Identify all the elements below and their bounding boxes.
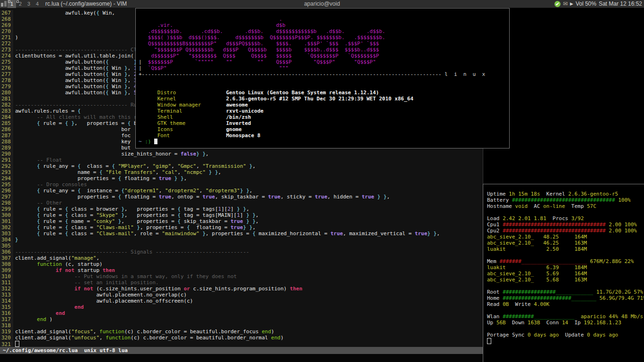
text-segment: { <box>106 90 109 96</box>
text-segment: -- Float <box>15 157 62 163</box>
text-segment: , <box>127 77 133 83</box>
line-number: 309 <box>0 267 13 273</box>
code-text: -- All clients will match this rule <box>13 114 146 120</box>
line-number: 299 <box>0 206 13 212</box>
text-segment <box>173 114 226 120</box>
line-number: 287 <box>0 132 13 139</box>
conky-row: Up 56B Down 163B Conn 14 Ip 192.168.1.23 <box>487 320 644 326</box>
text-segment: "dropterm2" <box>165 188 199 194</box>
text-segment: } <box>240 188 243 194</box>
vim-line: 310 -- Put windows in a smart way, only … <box>0 273 440 280</box>
text-segment: , properties = <box>124 206 178 212</box>
conky-row: Portage Sync 0 days ago Update 0 days ag… <box>487 332 644 338</box>
text-segment: { <box>121 188 124 194</box>
check-icon[interactable]: ✔ <box>554 1 561 7</box>
terminal-row: Terminal rxvt-unicode <box>139 108 509 114</box>
text-segment: "mainwindow" <box>162 230 199 237</box>
text-segment: rule = <box>40 206 65 212</box>
tag-client-indicator <box>17 0 19 3</box>
text-segment: function <box>99 329 124 335</box>
text-segment: Gentoo Linux (Gentoo Base System release… <box>226 90 379 96</box>
line-number: 317 <box>0 316 13 322</box>
text-segment: "Transmission" <box>202 163 246 169</box>
text-segment: ------------------------------------ Rul <box>15 102 140 108</box>
text-segment: but <box>15 145 131 151</box>
text-segment: ------------------------------------ Cli <box>15 47 140 53</box>
text-segment: , <box>127 65 133 71</box>
line-number: 312 <box>0 286 13 292</box>
text-segment: | <box>139 59 142 65</box>
text-segment: Battery <box>487 197 512 203</box>
text-segment: instance = <box>81 188 121 194</box>
line-number: 281 <box>0 96 13 102</box>
text-segment: , <box>387 194 390 200</box>
code-text: { rule = { class = "Claws-mail", role = … <box>13 230 440 237</box>
hollow-cursor <box>15 341 19 347</box>
tag-2[interactable]: 2 <box>16 0 25 8</box>
text-segment: awful.button( <box>15 71 106 77</box>
terminal-row: Font Monospace 8 <box>139 132 509 139</box>
tag-1[interactable]: 1 <box>8 0 16 8</box>
text-segment <box>139 132 157 139</box>
tag-4[interactable]: 4 <box>33 0 41 8</box>
line-number: 310 <box>0 273 13 280</box>
text-segment: name = <box>68 218 93 224</box>
tag-3[interactable]: 3 <box>25 0 33 8</box>
line-number: 298 <box>0 200 13 206</box>
text-segment: 57C <box>587 203 596 209</box>
text-segment: 0 days ago <box>587 332 618 338</box>
code-text: ------------------------------------ Sig… <box>13 249 249 255</box>
text-segment: { <box>37 188 40 194</box>
text-segment: , <box>184 175 187 181</box>
text-segment: "manage" <box>71 255 96 261</box>
terminal-row: Window manager awesome <box>139 102 509 108</box>
line-number: 285 <box>0 120 13 126</box>
text-segment: $$$$( )$$$b d$$$()$$$. d$$$$$$$b Q$$$$$$… <box>139 34 385 41</box>
conky-row <box>487 326 644 332</box>
conky-row <box>487 338 644 344</box>
text-segment: (c) c.border_color = beautiful.border_no… <box>131 335 271 341</box>
text-segment: ######################________ <box>503 295 596 301</box>
text-segment: awful.button( <box>15 77 106 83</box>
text-segment: { <box>112 163 115 169</box>
conky-row: abc_sieve_2.10_ 46.25 163M <box>487 240 644 246</box>
text-segment: "dropterm1" <box>124 188 159 194</box>
text-segment <box>206 169 209 175</box>
text-segment: "dropterm3" <box>206 188 240 194</box>
text-segment <box>15 212 37 218</box>
text-segment: true <box>330 230 343 237</box>
text-segment <box>380 194 384 200</box>
line-number: 280 <box>0 90 13 96</box>
line-number: 284 <box>0 114 13 120</box>
text-segment <box>182 108 226 114</box>
code-text: { rule = { class = "Skype" }, properties… <box>13 212 259 218</box>
conky-row: Hostname void AC on-line Temp 57C <box>487 203 644 209</box>
terminal-body[interactable]: . .vir. d$b .d$$$$$$$b. .cd$$b. .d$$b. d… <box>139 10 509 145</box>
tile-layout-icon[interactable] <box>0 0 8 8</box>
vim-line: 308 function (c, startup) <box>0 261 440 267</box>
terminal-window[interactable]: . .vir. d$b .d$$$$$$$b. .cd$$b. .d$$b. d… <box>135 8 510 148</box>
code-text: function (c, startup) <box>13 261 102 267</box>
code-text: { rule = { class = browser }, properties… <box>13 206 249 212</box>
text-segment: awful.placement.no_overlap(c) <box>15 292 187 298</box>
text-segment: "Skype" <box>96 212 118 218</box>
vim-line: 320client.add_signal("unfocus", function… <box>0 335 440 341</box>
text-segment: Temp <box>565 203 587 209</box>
line-number: 296 <box>0 188 13 194</box>
text-segment: client.add_signal( <box>15 329 71 335</box>
text-segment: Up <box>487 320 496 326</box>
text-segment: , properties = <box>206 230 252 237</box>
text-segment <box>430 230 434 237</box>
text-segment <box>15 218 37 224</box>
terminal-row: ~ :) <box>139 139 509 145</box>
text-segment: } <box>71 120 74 126</box>
code-text: foc <box>13 132 131 139</box>
text-segment: true <box>315 194 328 200</box>
code-text <box>13 322 15 329</box>
text-segment: then <box>290 286 303 292</box>
text-segment: "Claws-mail" <box>96 230 133 237</box>
text-segment: { <box>65 218 68 224</box>
mail-tray-icon[interactable]: ✉ <box>563 1 568 7</box>
vim-line: 304} <box>0 237 440 243</box>
text-segment: bor <box>15 126 131 132</box>
